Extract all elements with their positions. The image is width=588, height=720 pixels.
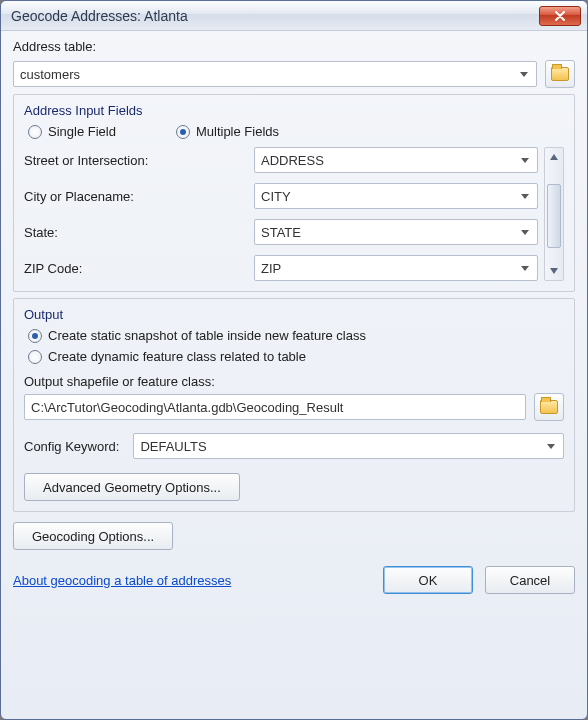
state-combo[interactable]: STATE [254, 219, 538, 245]
address-table-browse-button[interactable] [545, 60, 575, 88]
dynamic-feature-label: Create dynamic feature class related to … [48, 349, 306, 364]
dialog-content: Address table: customers Address Input F… [1, 31, 587, 719]
scroll-up-button[interactable] [545, 148, 563, 166]
cancel-button[interactable]: Cancel [485, 566, 575, 594]
address-table-label: Address table: [13, 39, 575, 54]
scroll-track[interactable] [545, 166, 563, 262]
static-snapshot-label: Create static snapshot of table inside n… [48, 328, 366, 343]
scroll-thumb[interactable] [547, 184, 561, 248]
output-group: Output Create static snapshot of table i… [13, 298, 575, 512]
input-fields-group: Address Input Fields Single Field Multip… [13, 94, 575, 292]
config-keyword-label: Config Keyword: [24, 439, 119, 454]
geocoding-options-button[interactable]: Geocoding Options... [13, 522, 173, 550]
dynamic-feature-radio[interactable]: Create dynamic feature class related to … [28, 349, 564, 364]
address-table-row: customers [13, 60, 575, 88]
titlebar: Geocode Addresses: Atlanta [1, 1, 587, 31]
output-path-value: C:\ArcTutor\Geocoding\Atlanta.gdb\Geocod… [31, 400, 343, 415]
single-field-radio[interactable]: Single Field [28, 124, 116, 139]
close-icon [554, 11, 566, 21]
state-value: STATE [261, 225, 301, 240]
street-value: ADDRESS [261, 153, 324, 168]
config-keyword-value: DEFAULTS [140, 439, 206, 454]
fields-area: Street or Intersection: ADDRESS City or … [24, 147, 564, 281]
output-path-label: Output shapefile or feature class: [24, 374, 215, 389]
radio-checked-icon [28, 329, 42, 343]
fields-scrollbar[interactable] [544, 147, 564, 281]
dialog-window: Geocode Addresses: Atlanta Address table… [0, 0, 588, 720]
state-label: State: [24, 225, 254, 240]
output-legend: Output [24, 307, 564, 322]
static-snapshot-radio[interactable]: Create static snapshot of table inside n… [28, 328, 564, 343]
scroll-down-button[interactable] [545, 262, 563, 280]
field-mode-radio-row: Single Field Multiple Fields [28, 124, 564, 139]
output-path-row: C:\ArcTutor\Geocoding\Atlanta.gdb\Geocod… [24, 393, 564, 421]
street-combo[interactable]: ADDRESS [254, 147, 538, 173]
street-label: Street or Intersection: [24, 153, 254, 168]
config-keyword-row: Config Keyword: DEFAULTS [24, 433, 564, 459]
city-value: CITY [261, 189, 291, 204]
dialog-footer: About geocoding a table of addresses OK … [13, 556, 575, 594]
city-combo[interactable]: CITY [254, 183, 538, 209]
config-keyword-combo[interactable]: DEFAULTS [133, 433, 564, 459]
multiple-fields-radio[interactable]: Multiple Fields [176, 124, 279, 139]
address-table-combo[interactable]: customers [13, 61, 537, 87]
single-field-label: Single Field [48, 124, 116, 139]
close-button[interactable] [539, 6, 581, 26]
city-label: City or Placename: [24, 189, 254, 204]
input-fields-legend: Address Input Fields [24, 103, 564, 118]
advanced-geometry-button[interactable]: Advanced Geometry Options... [24, 473, 240, 501]
folder-open-icon [551, 67, 569, 81]
fields-grid: Street or Intersection: ADDRESS City or … [24, 147, 538, 281]
ok-label: OK [419, 573, 438, 588]
chevron-down-icon [550, 268, 558, 274]
ok-button[interactable]: OK [383, 566, 473, 594]
radio-unchecked-icon [28, 350, 42, 364]
radio-checked-icon [176, 125, 190, 139]
zip-label: ZIP Code: [24, 261, 254, 276]
multiple-fields-label: Multiple Fields [196, 124, 279, 139]
zip-value: ZIP [261, 261, 281, 276]
about-link[interactable]: About geocoding a table of addresses [13, 573, 231, 588]
chevron-up-icon [550, 154, 558, 160]
window-title: Geocode Addresses: Atlanta [11, 8, 539, 24]
zip-combo[interactable]: ZIP [254, 255, 538, 281]
geocoding-options-label: Geocoding Options... [32, 529, 154, 544]
cancel-label: Cancel [510, 573, 550, 588]
radio-unchecked-icon [28, 125, 42, 139]
address-table-value: customers [20, 67, 80, 82]
advanced-geometry-label: Advanced Geometry Options... [43, 480, 221, 495]
output-path-input[interactable]: C:\ArcTutor\Geocoding\Atlanta.gdb\Geocod… [24, 394, 526, 420]
output-path-browse-button[interactable] [534, 393, 564, 421]
folder-open-icon [540, 400, 558, 414]
